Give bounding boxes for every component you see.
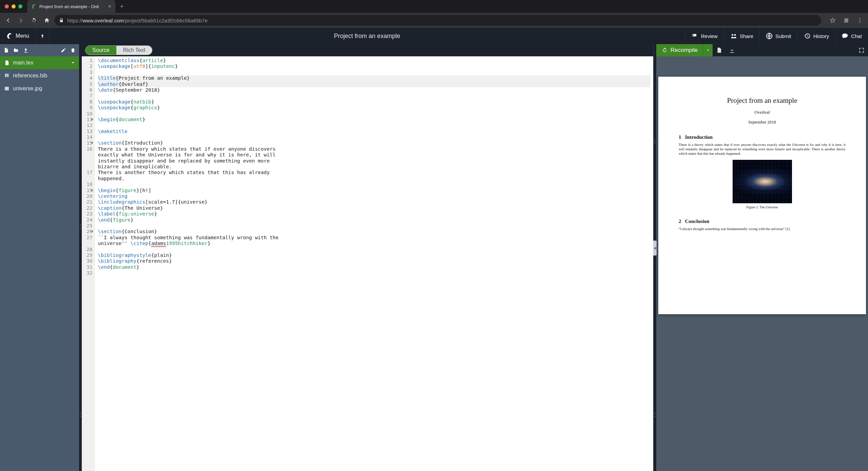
- browser-menu-icon[interactable]: [854, 15, 865, 26]
- extensions-icon[interactable]: [841, 15, 852, 26]
- overleaf-logo-icon: [6, 33, 13, 39]
- submit-button[interactable]: Submit: [759, 28, 797, 44]
- pdf-author: Overleaf: [679, 110, 846, 115]
- submit-label: Submit: [775, 33, 791, 39]
- pdf-section-2-quote: “I always thought something was fundamen…: [679, 227, 846, 231]
- menu-button[interactable]: Menu: [0, 28, 36, 44]
- pdf-figure-image: [733, 160, 792, 203]
- source-tab[interactable]: Source: [86, 46, 116, 55]
- review-icon: [692, 33, 698, 39]
- review-button[interactable]: Review: [685, 28, 724, 44]
- chevron-down-icon[interactable]: [71, 61, 75, 65]
- recompile-dropdown[interactable]: [703, 44, 713, 56]
- file-item-references-bib[interactable]: references.bib: [0, 69, 79, 82]
- forward-button[interactable]: [16, 15, 26, 26]
- recompile-button[interactable]: Recompile: [656, 44, 703, 56]
- svg-point-2: [860, 22, 861, 23]
- window-close-button[interactable]: [5, 4, 9, 8]
- code-area[interactable]: \documentclass{article}\usepackage[utf8]…: [95, 56, 653, 471]
- line-gutter: 1234567891011▼12131415▼16 17 1819▼202122…: [82, 56, 95, 471]
- browser-tab-bar: Project from an example - Onli × +: [0, 0, 868, 13]
- browser-tab-title: Project from an example - Onli: [39, 4, 99, 9]
- file-name: universe.jpg: [13, 86, 42, 92]
- file-toolbar: [0, 44, 79, 56]
- url-text: https://www.overleaf.com/project/5bab51c…: [67, 18, 208, 23]
- review-label: Review: [701, 33, 718, 39]
- pdf-toolbar: Recompile: [656, 44, 868, 56]
- recompile-button-group: Recompile: [656, 44, 713, 56]
- overleaf-toolbar: Menu Project from an example Review Shar…: [0, 28, 868, 44]
- file-item-main-tex[interactable]: main.tex: [0, 56, 79, 69]
- file-name: main.tex: [13, 60, 33, 66]
- editor-mode-tabs: Source Rich Text: [82, 44, 653, 56]
- collapse-editor-handle[interactable]: ◀: [653, 241, 657, 256]
- window-maximize-button[interactable]: [18, 4, 22, 8]
- rename-icon[interactable]: [61, 48, 66, 53]
- pdf-viewport[interactable]: Project from an example Overleaf Septemb…: [656, 56, 868, 471]
- browser-tab[interactable]: Project from an example - Onli ×: [27, 0, 115, 13]
- pdf-section-2-heading: 2 Conclusion: [679, 219, 846, 224]
- overleaf-favicon: [31, 4, 37, 9]
- editor-column: Source Rich Text 1234567891011▼12131415▼…: [82, 44, 654, 471]
- history-label: History: [813, 33, 829, 39]
- image-icon: [4, 86, 10, 91]
- close-tab-icon[interactable]: ×: [108, 3, 111, 10]
- window-minimize-button[interactable]: [12, 4, 16, 8]
- pdf-title: Project from an example: [679, 96, 846, 105]
- svg-point-3: [732, 34, 733, 36]
- submit-icon: [766, 33, 773, 39]
- pdf-section-1-body: There is a theory which states that if e…: [679, 143, 846, 156]
- toolbar-right: Review Share Submit History Chat: [685, 28, 868, 44]
- menu-label: Menu: [16, 33, 29, 39]
- delete-icon[interactable]: [70, 48, 76, 53]
- pdf-column: Recompile Project from an example Overle…: [656, 44, 868, 471]
- recompile-label: Recompile: [671, 47, 698, 54]
- book-icon: [4, 73, 10, 78]
- refresh-icon: [662, 47, 668, 53]
- fullscreen-button[interactable]: [855, 44, 868, 56]
- pdf-date: September 2018: [679, 120, 846, 125]
- chat-label: Chat: [851, 33, 862, 39]
- share-label: Share: [740, 33, 753, 39]
- url-input[interactable]: https://www.overleaf.com/project/5bab51c…: [54, 15, 821, 26]
- share-button[interactable]: Share: [724, 28, 759, 44]
- view-logs-button[interactable]: [713, 44, 725, 56]
- pdf-section-1-heading: 1 Introduction: [679, 134, 846, 140]
- back-to-projects-button[interactable]: [36, 28, 49, 44]
- back-button[interactable]: [3, 15, 14, 26]
- richtext-tab[interactable]: Rich Text: [116, 46, 152, 55]
- left-resize-handle[interactable]: ●●● ●●●: [79, 44, 82, 471]
- mode-segmented-control: Source Rich Text: [85, 45, 152, 55]
- center-resize-handle[interactable]: ◀ ●●● ●●●: [654, 44, 656, 471]
- project-title: Project from an example: [49, 33, 685, 40]
- workspace: main.texreferences.bibuniverse.jpg ●●● ●…: [0, 44, 868, 471]
- chat-icon: [842, 33, 848, 39]
- lock-icon: [59, 18, 64, 23]
- code-editor[interactable]: 1234567891011▼12131415▼16 17 1819▼202122…: [82, 56, 653, 471]
- upload-icon[interactable]: [23, 48, 29, 53]
- reload-button[interactable]: [29, 15, 39, 26]
- new-file-icon[interactable]: [3, 48, 9, 53]
- browser-address-bar: https://www.overleaf.com/project/5bab51c…: [0, 13, 868, 28]
- history-icon: [804, 33, 811, 39]
- file-name: references.bib: [13, 73, 47, 79]
- file-item-universe-jpg[interactable]: universe.jpg: [0, 82, 79, 95]
- home-button[interactable]: [41, 15, 52, 26]
- file-panel: main.texreferences.bibuniverse.jpg: [0, 44, 79, 471]
- share-icon: [730, 33, 737, 39]
- browser-chrome: Project from an example - Onli × + https…: [0, 0, 868, 28]
- new-folder-icon[interactable]: [13, 48, 19, 53]
- new-tab-button[interactable]: +: [115, 3, 129, 10]
- svg-point-1: [860, 20, 861, 21]
- history-button[interactable]: History: [797, 28, 835, 44]
- pdf-page: Project from an example Overleaf Septemb…: [658, 77, 866, 314]
- file-icon: [4, 60, 10, 65]
- chat-button[interactable]: Chat: [835, 28, 868, 44]
- svg-point-4: [734, 34, 736, 36]
- file-list: main.texreferences.bibuniverse.jpg: [0, 56, 79, 471]
- bookmark-star-icon[interactable]: [827, 15, 838, 26]
- svg-point-0: [860, 18, 861, 19]
- download-pdf-button[interactable]: [725, 44, 738, 56]
- pdf-figure-caption: Figure 1: The Universe: [679, 205, 846, 209]
- window-controls: [0, 4, 27, 8]
